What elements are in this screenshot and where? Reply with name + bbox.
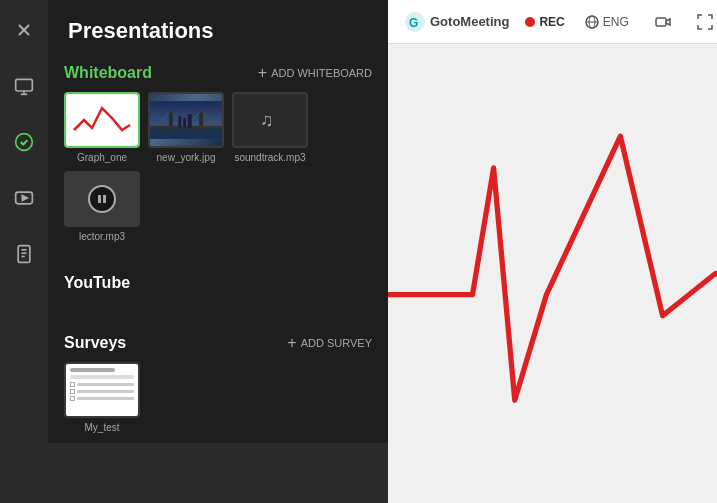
icon-bar [0,0,48,503]
survey-cb-3 [70,396,134,401]
survey-line-1 [70,368,115,372]
thumb-new-york[interactable]: new_york.jpg [148,92,224,163]
globe-icon [585,15,599,29]
panel-bottom [48,443,388,503]
screen-share-btn[interactable] [6,68,42,104]
svg-rect-14 [150,128,222,139]
whiteboard-header: Whiteboard + ADD WHITEBOARD [64,64,372,82]
whiteboard-thumbs: Graph_one [64,92,372,242]
panel: Presentations Whiteboard + ADD WHITEBOAR… [48,0,388,503]
rec-dot [525,17,535,27]
youtube-section: YouTube [48,264,388,312]
logo-text: GotoMeeting [430,14,509,29]
graph-preview [66,94,138,146]
thumb-box-play [64,171,140,227]
main-area: G GotoMeeting REC ENG [388,0,717,503]
thumb-label-survey: My_test [84,422,119,433]
play-preview [66,173,138,225]
svg-rect-27 [98,195,101,203]
panel-title: Presentations [48,0,388,54]
rec-badge: REC [525,15,564,29]
survey-preview [66,364,138,416]
svg-point-5 [16,134,33,151]
expand-icon [697,14,713,30]
cb-line-3 [77,397,134,400]
photo-preview [150,94,222,146]
presentations-btn[interactable] [6,124,42,160]
svg-rect-24 [188,114,192,127]
audio-preview: ♫ [234,94,306,146]
add-survey-button[interactable]: + ADD SURVEY [287,334,372,352]
logo-icon: G [404,11,426,33]
rec-label: REC [539,15,564,29]
add-whiteboard-button[interactable]: + ADD WHITEBOARD [258,64,372,82]
surveys-btn[interactable] [6,236,42,272]
thumb-box-audio: ♫ [232,92,308,148]
cb-line [77,383,134,386]
checkbox-icon [70,382,75,387]
youtube-btn[interactable] [6,180,42,216]
checkbox-icon-2 [70,389,75,394]
expand-btn[interactable] [691,10,717,34]
svg-text:G: G [409,16,418,30]
close-btn[interactable] [6,12,42,48]
top-controls: REC ENG [525,7,717,37]
camera-icon [655,15,671,29]
pause-icon [88,185,116,213]
surveys-title: Surveys [64,334,126,352]
survey-cb-2 [70,389,134,394]
thumb-soundtrack[interactable]: ♫ soundtrack.mp3 [232,92,308,163]
plus-icon-survey: + [287,334,296,352]
canvas-area: 2 ❮ [388,44,717,503]
survey-cb-1 [70,382,134,387]
heartbeat-chart [388,44,717,503]
svg-rect-23 [183,118,186,127]
thumb-label-play: lector.mp3 [79,231,125,242]
svg-rect-22 [178,116,181,127]
survey-thumbs: My_test [64,362,372,433]
svg-text:♫: ♫ [260,110,274,130]
svg-rect-28 [103,195,106,203]
svg-rect-2 [16,79,33,91]
thumb-box-survey [64,362,140,418]
survey-line-2 [70,375,134,379]
svg-marker-7 [22,196,27,201]
whiteboard-title: Whiteboard [64,64,152,82]
cb-line-2 [77,390,134,393]
lang-label: ENG [603,15,629,29]
youtube-title: YouTube [64,274,130,292]
thumb-graph-one[interactable]: Graph_one [64,92,140,163]
language-btn[interactable]: ENG [579,11,635,33]
surveys-section: Surveys + ADD SURVEY [48,324,388,443]
thumb-box-photo [148,92,224,148]
thumb-box-graph [64,92,140,148]
logo-area: G GotoMeeting [404,11,509,33]
thumb-label-audio: soundtrack.mp3 [234,152,305,163]
svg-rect-34 [656,18,666,26]
thumb-my-test[interactable]: My_test [64,362,140,433]
top-bar: G GotoMeeting REC ENG [388,0,717,44]
plus-icon: + [258,64,267,82]
checkbox-icon-3 [70,396,75,401]
surveys-header: Surveys + ADD SURVEY [64,334,372,352]
thumb-lector[interactable]: lector.mp3 [64,171,140,242]
whiteboard-section: Whiteboard + ADD WHITEBOARD Graph_one [48,54,388,252]
youtube-header: YouTube [64,274,372,292]
camera-btn[interactable] [649,11,677,33]
thumb-label-photo: new_york.jpg [157,152,216,163]
thumb-label-graph: Graph_one [77,152,127,163]
